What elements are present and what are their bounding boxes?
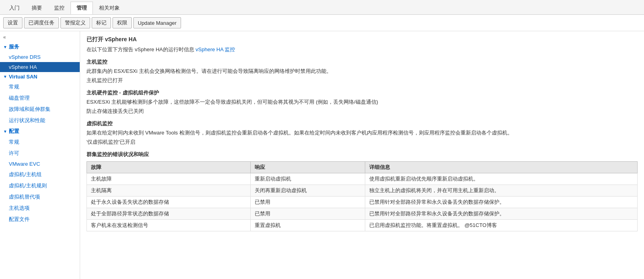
sidebar-section-virtual-san[interactable]: ▼ Virtual SAN <box>0 72 80 81</box>
sidebar-item-vm-override[interactable]: 虚拟机替代项 <box>0 191 80 203</box>
table-header-response: 响应 <box>251 161 365 173</box>
table-row: 处于永久设备丢失状态的数据存储已禁用已禁用针对全部路径异常和永久设备丢失的数据存… <box>87 196 638 208</box>
table-cell-response: 已禁用 <box>251 196 365 208</box>
host-hardware-monitor-description: ESX/ESXi 主机能够检测到多个故障，这些故障不一定会导致虚拟机关闭，但可能… <box>87 98 638 106</box>
tab-permissions[interactable]: 权限 <box>113 17 132 28</box>
host-hardware-monitor-title: 主机硬件监控 - 虚拟机组件保护 <box>87 89 638 96</box>
vm-monitor-title: 虚拟机监控 <box>87 120 638 127</box>
tab-bar: 设置 已调度任务 警报定义 标记 权限 Update Manager <box>0 15 644 31</box>
sidebar-item-config-changgui[interactable]: 常规 <box>0 136 80 148</box>
intro-text-label: 在以下位置下方报告 vSphere HA的运行时信息 <box>87 46 194 52</box>
sidebar-item-config-profile[interactable]: 配置文件 <box>0 214 80 225</box>
table-cell-fault: 处于全部路径异常状态的数据存储 <box>87 208 251 219</box>
table-cell-detail: 使用虚拟机重新启动优先顺序重新启动虚拟机。 <box>365 173 638 185</box>
table-cell-fault: 处于永久设备丢失状态的数据存储 <box>87 196 251 208</box>
sidebar-section-services[interactable]: ▼ 服务 <box>0 42 80 52</box>
sidebar-section-config-label: 配置 <box>9 128 19 135</box>
sidebar-item-vm-host-group[interactable]: 虚拟机/主机组 <box>0 169 80 180</box>
table-header-fault: 故障 <box>87 161 251 173</box>
table-cell-response: 重新启动虚拟机 <box>251 173 365 185</box>
tab-update-manager[interactable]: Update Manager <box>133 17 181 28</box>
table-cell-detail: 独立主机上的虚拟机将关闭，并在可用主机上重新启动。 <box>365 185 638 196</box>
sidebar-item-fault-domain[interactable]: 故障域和延伸群集 <box>0 104 80 115</box>
top-nav: 入门 摘要 监控 管理 相关对象 <box>0 0 644 15</box>
top-nav-item-guanli[interactable]: 管理 <box>70 2 93 14</box>
table-header-detail: 详细信息 <box>365 161 638 173</box>
top-nav-item-zhaiyao[interactable]: 摘要 <box>26 2 48 14</box>
sidebar-item-changgui[interactable]: 常规 <box>0 81 80 92</box>
table-cell-detail: 已禁用针对全部路径异常和永久设备丢失的数据存储保护。 <box>365 196 638 208</box>
top-nav-item-xiangguan[interactable]: 相关对象 <box>93 2 126 14</box>
sidebar-item-disk-management[interactable]: 磁盘管理 <box>0 92 80 104</box>
host-monitor-status: 主机监控已打开 <box>87 76 638 84</box>
sidebar-item-vsphere-ha[interactable]: vSphere HA <box>0 62 80 72</box>
host-monitor-title: 主机监控 <box>87 58 638 66</box>
arrow-icon-config: ▼ <box>3 129 7 134</box>
tab-tags[interactable]: 标记 <box>92 17 111 28</box>
main-layout: « ▼ 服务 vSphere DRS vSphere HA ▼ Virtual … <box>0 31 644 279</box>
vm-monitor-description: 如果在给定时间内未收到 VMware Tools 检测信号，则虚拟机监控会重新启… <box>87 129 638 137</box>
cluster-monitor-table: 故障 响应 详细信息 主机故障重新启动虚拟机使用虚拟机重新启动优先顺序重新启动虚… <box>87 161 638 231</box>
sidebar-item-host-options[interactable]: 主机选项 <box>0 203 80 214</box>
tab-scheduled-tasks[interactable]: 已调度任务 <box>24 17 59 28</box>
table-cell-fault: 主机故障 <box>87 173 251 185</box>
table-cell-fault: 主机隔离 <box>87 185 251 196</box>
table-cell-response: 关闭再重新启动虚拟机 <box>251 185 365 196</box>
sidebar-item-vmware-evc[interactable]: VMware EVC <box>0 159 80 169</box>
table-cell-detail: 已启用虚拟机监控功能。将重置虚拟机。 @51CTO博客 <box>365 219 638 231</box>
sidebar-section-services-label: 服务 <box>9 43 19 50</box>
cluster-monitor-title: 群集监控的错误状况和响应 <box>87 151 638 158</box>
table-cell-fault: 客户机未在发送检测信号 <box>87 219 251 231</box>
table-cell-response: 已禁用 <box>251 208 365 219</box>
page-header-title: 已打开 vSphere HA <box>87 36 638 43</box>
vm-monitor-status: '仅虚拟机监控'已开启 <box>87 138 638 146</box>
sidebar-item-vsphere-drs[interactable]: vSphere DRS <box>0 52 80 62</box>
vsphere-ha-monitor-link[interactable]: vSphere HA 监控 <box>195 46 235 52</box>
intro-text: 在以下位置下方报告 vSphere HA的运行时信息 vSphere HA 监控 <box>87 46 638 54</box>
top-nav-item-rumen[interactable]: 入门 <box>3 2 26 14</box>
table-row: 客户机未在发送检测信号重置虚拟机已启用虚拟机监控功能。将重置虚拟机。 @51CT… <box>87 219 638 231</box>
sidebar-item-runtime-performance[interactable]: 运行状况和性能 <box>0 115 80 126</box>
tab-settings[interactable]: 设置 <box>3 17 22 28</box>
sidebar: « ▼ 服务 vSphere DRS vSphere HA ▼ Virtual … <box>0 31 80 279</box>
sidebar-section-config[interactable]: ▼ 配置 <box>0 126 80 136</box>
sidebar-item-vm-host-rule[interactable]: 虚拟机/主机规则 <box>0 180 80 191</box>
content-area: 已打开 vSphere HA 在以下位置下方报告 vSphere HA的运行时信… <box>80 31 644 279</box>
tab-alarm-definitions[interactable]: 警报定义 <box>60 17 90 28</box>
table-cell-detail: 已禁用针对全部路径异常和永久设备丢失的数据存储保护。 <box>365 208 638 219</box>
sidebar-item-license[interactable]: 许可 <box>0 148 80 159</box>
host-hardware-monitor-status: 防止存储连接丢失已关闭 <box>87 107 638 115</box>
top-nav-item-jiankong[interactable]: 监控 <box>48 2 70 14</box>
host-monitor-description: 此群集内的 ESX/ESXi 主机会交换网络检测信号。请在进行可能会导致隔离响应… <box>87 67 638 75</box>
arrow-icon-vsan: ▼ <box>3 74 7 79</box>
table-cell-response: 重置虚拟机 <box>251 219 365 231</box>
sidebar-collapse-button[interactable]: « <box>0 33 80 42</box>
arrow-icon: ▼ <box>3 45 7 49</box>
table-row: 主机隔离关闭再重新启动虚拟机独立主机上的虚拟机将关闭，并在可用主机上重新启动。 <box>87 185 638 196</box>
sidebar-section-vsan-label: Virtual SAN <box>9 74 37 80</box>
table-row: 主机故障重新启动虚拟机使用虚拟机重新启动优先顺序重新启动虚拟机。 <box>87 173 638 185</box>
table-row: 处于全部路径异常状态的数据存储已禁用已禁用针对全部路径异常和永久设备丢失的数据存… <box>87 208 638 219</box>
